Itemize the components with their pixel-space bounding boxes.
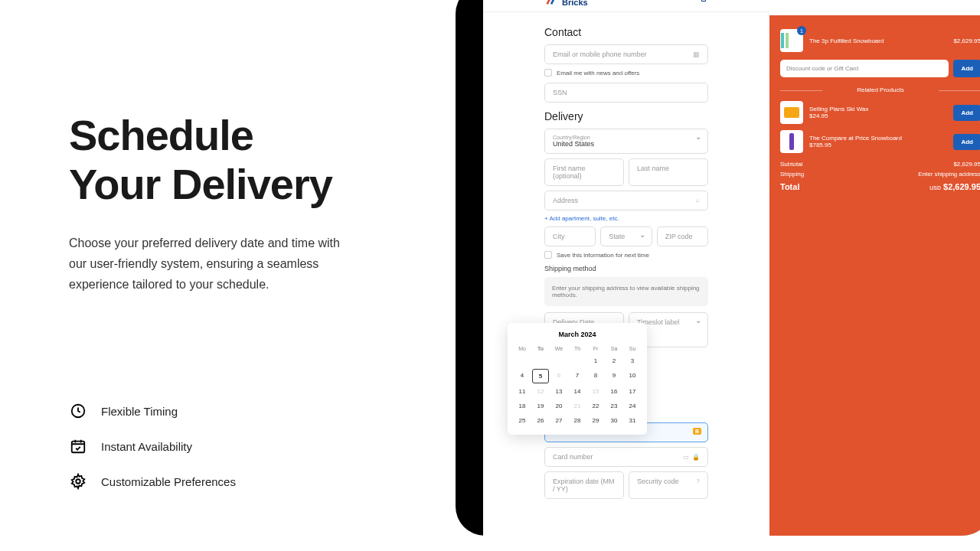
keyboard-icon: ▦ [693,51,700,58]
security-code-field[interactable]: Security code ? [629,471,708,499]
calendar-day[interactable]: 23 [606,399,622,412]
discount-code-field[interactable]: Discount code or Gift Card [780,60,949,77]
calendar-day-header: Tu [532,344,549,353]
calendar-day-header: Su [624,344,641,353]
calendar-day[interactable]: 16 [606,385,622,398]
delivery-heading: Delivery [544,110,708,122]
gear-icon [69,472,87,491]
address-field[interactable]: Address ⌕ [544,191,708,210]
calendar-day[interactable]: 31 [624,414,641,427]
feature-customizable-prefs: Customizable Preferences [69,472,236,491]
calendar-month: March 2024 [514,331,641,338]
svg-point-2 [76,479,80,484]
calendar-day[interactable]: 27 [550,414,567,427]
help-icon[interactable]: ? [697,478,700,493]
calendar-day[interactable]: 30 [606,414,622,427]
ssn-field[interactable]: SSN [544,83,708,103]
related-product: The Compare at Price Snowboard$785.95 Ad… [780,130,980,153]
calendar-day[interactable]: 24 [624,399,641,412]
apply-discount-button[interactable]: Add [953,60,980,77]
country-select[interactable]: Country/Region United States [544,129,708,154]
calendar-day [532,354,549,367]
calendar-day[interactable]: 26 [532,414,549,427]
calendar-day[interactable]: 14 [569,385,586,398]
email-field[interactable]: Email or mobile phone number ▦ [544,44,708,64]
related-products-heading: Related Products [780,86,980,93]
lock-icon: 🔒 [692,454,700,461]
expiration-field[interactable]: Expiration date (MM / YY) [544,471,624,499]
search-icon: ⌕ [696,197,700,204]
news-checkbox[interactable]: Email me with news and offers [544,69,708,77]
calendar-day[interactable]: 19 [532,399,549,412]
last-name-field[interactable]: Last name [629,158,708,186]
cart-icon[interactable] [699,0,708,5]
date-picker-popup[interactable]: March 2024 MoTuWeThFrSaSu123456789101112… [508,323,647,435]
calendar-day[interactable]: 20 [550,399,567,412]
calendar-day[interactable]: 29 [587,414,604,427]
calendar-day[interactable]: 28 [569,414,586,427]
brand-logo: CheckoutBricks [544,0,588,7]
feature-instant-availability: Instant Availability [69,437,236,455]
first-name-field[interactable]: First name (optional) [544,158,624,186]
calendar-check-icon [69,437,87,455]
calendar-day[interactable]: 15 [587,385,604,398]
calendar-day[interactable]: 9 [606,369,622,383]
calendar-day-header: Th [569,344,586,353]
save-info-checkbox[interactable]: Save this information for next time [544,251,708,259]
calendar-day[interactable]: 22 [587,399,604,412]
product-thumbnail [780,130,803,153]
calendar-day[interactable]: 10 [624,369,641,383]
calendar-day[interactable]: 5 [532,369,549,383]
cart-item: 1 The 3p Fulfilled Snowboard $2,629.95 [780,29,980,52]
calendar-day [514,354,531,367]
city-field[interactable]: City [544,227,596,246]
qty-badge: 1 [797,26,806,35]
calendar-day[interactable]: 7 [569,369,586,383]
calendar-day[interactable]: 11 [514,385,531,398]
calendar-day-header: Fr [587,344,604,353]
svg-rect-1 [72,442,85,453]
calendar-day[interactable]: 18 [514,399,531,412]
shipping-method-msg: Enter your shipping address to view avai… [544,277,708,306]
product-thumbnail: 1 [780,29,803,52]
calendar-day[interactable]: 21 [569,399,586,412]
add-related-button[interactable]: Add [953,105,980,121]
order-summary: 1 The 3p Fulfilled Snowboard $2,629.95 D… [769,15,980,536]
tablet-frame: CheckoutBricks Contact Email or mobile p… [456,0,980,536]
shipping-method-heading: Shipping method [544,265,708,272]
calendar-day[interactable]: 12 [532,385,549,398]
product-thumbnail [780,101,803,124]
calendar-day[interactable]: 25 [514,414,531,427]
contact-heading: Contact [544,26,708,38]
state-select[interactable]: State [600,227,652,246]
calendar-day[interactable]: 8 [587,369,604,383]
clock-icon [69,402,87,420]
card-number-field[interactable]: Card number ▭ 🔒 [544,447,708,467]
calendar-day[interactable]: 17 [624,385,641,398]
page-description: Choose your preferred delivery date and … [69,233,360,295]
calendar-day[interactable]: 1 [587,354,604,367]
calendar-day [550,354,567,367]
calendar-day[interactable]: 3 [624,354,641,367]
badge-icon: B [693,428,701,435]
calendar-day-header: We [550,344,567,353]
add-apartment-link[interactable]: + Add apartment, suite, etc. [544,215,708,222]
page-title: Schedule Your Delivery [69,111,436,210]
related-product: Selling Plans Ski Wax$24.95 Add [780,101,980,124]
calendar-day[interactable]: 2 [606,354,622,367]
calendar-day-header: Sa [606,344,622,353]
card-icon: ▭ [683,454,689,461]
calendar-day-header: Mo [514,344,531,353]
calendar-day[interactable]: 4 [514,369,531,383]
feature-flexible-timing: Flexible Timing [69,402,236,420]
calendar-day[interactable]: 13 [550,385,567,398]
calendar-day [569,354,586,367]
zip-field[interactable]: ZIP code [657,227,708,246]
calendar-day[interactable]: 6 [550,369,567,383]
add-related-button[interactable]: Add [953,134,980,150]
